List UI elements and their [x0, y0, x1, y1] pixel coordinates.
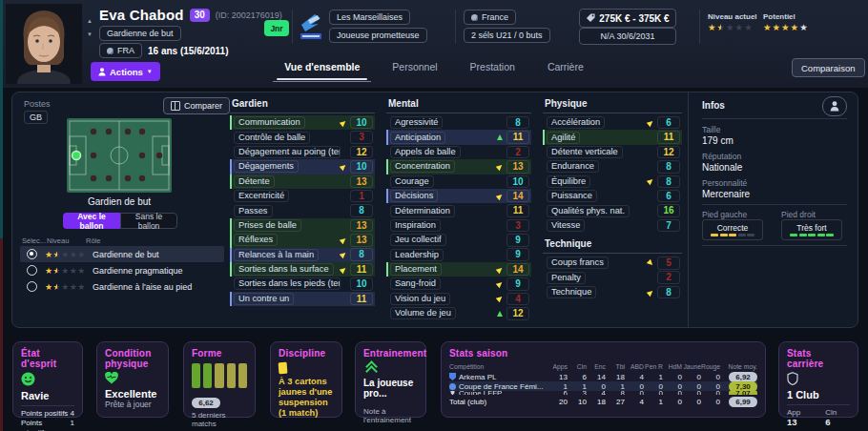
- morale-card[interactable]: État d'esprit Ravie Points positifs4 Poi…: [12, 341, 83, 418]
- attribute-row: Communication 10: [230, 115, 375, 130]
- attribute-value: 11: [657, 131, 680, 144]
- attribute-value: 12: [506, 307, 529, 320]
- foot-bar: [790, 234, 797, 236]
- overview-panel: Postes GB Comparer: [11, 92, 858, 328]
- star-icon: ★: [726, 22, 735, 32]
- season-stats-row[interactable]: Coupe LFFP 63 48 00 00 0 7,07: [449, 391, 757, 395]
- form-bar: [203, 363, 212, 388]
- pitch-caption: Gardien de but: [48, 196, 191, 207]
- player-name: Eva Chabod: [99, 7, 184, 23]
- attribute-value: 11: [506, 131, 529, 144]
- comparison-button[interactable]: Comparaison: [792, 58, 865, 77]
- attribute-row: Penalty 2: [543, 271, 682, 285]
- discipline-card[interactable]: Discipline À 3 cartons jaunes d'une susp…: [270, 341, 342, 418]
- next-player-button[interactable]: ▼: [84, 31, 95, 39]
- attribute-label: Détermination: [390, 205, 455, 217]
- form-bar: [215, 363, 223, 388]
- training-card[interactable]: Entrainement La joueuse pro... Note à l'…: [355, 341, 426, 418]
- attribute-row: Un contre un 11: [230, 292, 375, 306]
- attribute-value: 13: [506, 160, 529, 174]
- national-team-pill[interactable]: France: [464, 10, 516, 25]
- attribute-label: Leadership: [390, 249, 444, 261]
- attribute-row: Anticipation 11: [386, 130, 531, 144]
- status-pill: Joueuse prometteuse: [329, 28, 427, 43]
- attribute-row: Appels de balle 2: [386, 145, 531, 159]
- tab[interactable]: Prestation: [468, 57, 517, 82]
- morale-value: Ravie: [21, 390, 74, 401]
- attribute-row: Sorties dans la surface 11: [230, 262, 375, 277]
- header-divider: [292, 10, 293, 44]
- attribute-label: Anticipation: [390, 132, 445, 144]
- profile-picture-button[interactable]: [822, 96, 847, 116]
- player-header: ▲ ▼ Eva Chabod 30 (ID: 2002176019) Gardi…: [0, 0, 868, 88]
- star-icon: ★: [717, 22, 727, 32]
- role-row[interactable]: ★★★★★ Gardienne pragmatique: [20, 262, 224, 278]
- attribute-row: Dégagements 10: [230, 159, 375, 174]
- attribute-label: Endurance: [547, 160, 599, 173]
- season-stats-header: Compétition AppsClnEncTblABDPen RHdMJaun…: [449, 361, 757, 372]
- career-cln-value: 6: [825, 417, 837, 427]
- club-logo[interactable]: [299, 12, 323, 45]
- star-icon: ★: [53, 250, 62, 259]
- form-rating-badge: 6,62: [192, 398, 220, 408]
- attribute-row: Puissance 6: [543, 189, 682, 203]
- column-header: Cln: [568, 363, 587, 370]
- toggle-without-ball[interactable]: Sans le ballon: [120, 213, 177, 229]
- attribute-label: Agilité: [547, 132, 580, 144]
- club-pill[interactable]: Les Marseillaises: [329, 10, 410, 25]
- form-card[interactable]: Forme 6,62 5 derniers matchs: [183, 341, 256, 418]
- role-row[interactable]: ★★★★★ Gardienne de but: [20, 246, 224, 262]
- position-dot-gk: [72, 152, 81, 160]
- attribute-value: 14: [506, 190, 529, 203]
- training-trend-icon: [365, 362, 377, 376]
- star-icon: ★: [708, 22, 717, 32]
- tab[interactable]: Carrière: [546, 57, 586, 82]
- attribute-value: 8: [657, 286, 680, 299]
- column-header: Enc: [587, 363, 606, 370]
- attribute-row: Courage 10: [386, 174, 531, 189]
- column-header: Rouge: [701, 363, 720, 370]
- attribute-label: Penalty: [547, 272, 586, 284]
- role-radio[interactable]: [27, 265, 37, 276]
- attribute-value: 2: [506, 146, 529, 159]
- attribute-label: Placement: [390, 263, 442, 276]
- tab[interactable]: Vue d'ensemble: [282, 57, 362, 82]
- career-stats-card[interactable]: Stats carrière 1 Club App 13 Cln 6: [778, 341, 858, 418]
- toggle-with-ball[interactable]: Avec le ballon: [63, 213, 120, 229]
- season-stats-row[interactable]: Coupe de France Fémi... 11 01 00 00 0 7,…: [449, 381, 757, 391]
- negative-points-value: 1: [71, 419, 74, 431]
- personality-value: Mercenaire: [702, 189, 750, 199]
- attribute-value: 10: [506, 175, 529, 189]
- attribute-value: 14: [506, 263, 529, 277]
- attribute-value: 9: [506, 248, 529, 261]
- attribute-value: 3: [506, 219, 529, 233]
- tab-bar: Vue d'ensemblePersonnelPrestationCarrièr…: [0, 57, 868, 82]
- role-radio[interactable]: [27, 249, 37, 259]
- season-stats-row[interactable]: Arkema PL 136 1418 41 00 0 6,92: [449, 372, 757, 381]
- attribute-row: Détermination 11: [386, 203, 531, 217]
- compare-button[interactable]: Comparer: [163, 97, 230, 114]
- attribute-value: 8: [657, 175, 680, 189]
- trend-arrow-icon: [496, 163, 504, 171]
- nationality-pill: FRA: [99, 43, 142, 58]
- attribute-label: Vision du jeu: [390, 293, 450, 305]
- positive-points-label: Points positifs: [21, 409, 68, 419]
- tab[interactable]: Personnel: [390, 57, 439, 82]
- section-title-mental: Mental: [386, 92, 531, 113]
- condition-value: Excellente: [105, 388, 160, 400]
- attributes-mental-column: Mental Agressivité 8 Anticipation 11 App…: [386, 92, 531, 320]
- divider: [21, 405, 74, 406]
- positive-points-value: 4: [71, 409, 74, 419]
- potential-stars: ★★★★★: [763, 23, 809, 32]
- current-ability-label: Niveau actuel: [708, 12, 757, 21]
- attribute-label: Détente: [234, 175, 275, 188]
- condition-card[interactable]: Condition physique Excellente Prête à jo…: [96, 341, 169, 418]
- previous-player-button[interactable]: ▲: [84, 17, 95, 26]
- role-radio[interactable]: [27, 281, 37, 292]
- pitch-graphic: [67, 118, 172, 196]
- season-stats-total-row: Total (club) 2010 1827 41 00 0 6,99: [449, 396, 757, 407]
- role-list: ★★★★★ Gardienne de but ★★★★★ Gardienne p…: [20, 246, 224, 295]
- attribute-value: 12: [657, 146, 680, 159]
- role-row[interactable]: ★★★★★ Gardienne à l'aise au pied: [20, 278, 224, 295]
- attribute-row: Réflexes 13: [230, 233, 375, 247]
